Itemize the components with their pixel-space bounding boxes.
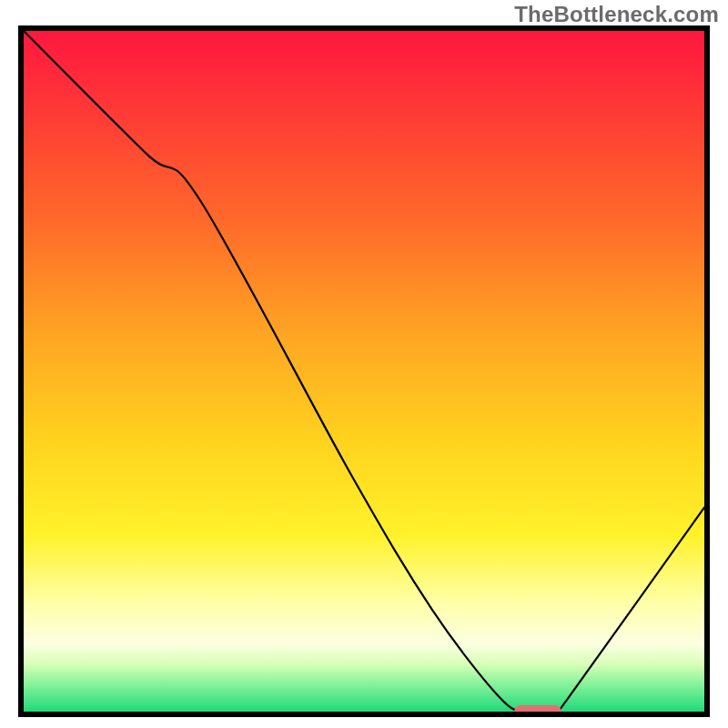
chart-frame — [18, 25, 710, 717]
bottleneck-curve-line — [24, 31, 704, 712]
optimum-range-marker — [514, 705, 561, 712]
chart-line-layer — [24, 31, 704, 712]
watermark-text: TheBottleneck.com — [514, 2, 719, 27]
chart-plot-area — [24, 31, 704, 712]
